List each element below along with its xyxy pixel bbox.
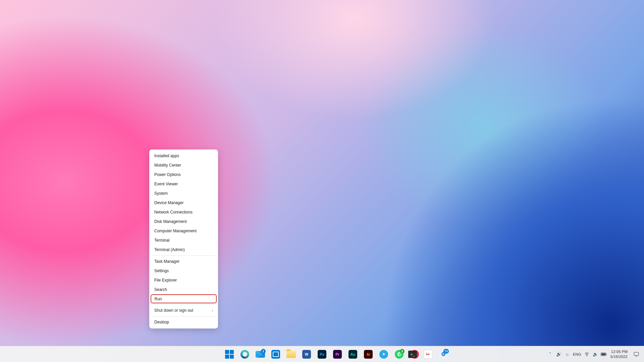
terminal-icon: >_ <box>408 351 417 358</box>
ctx-system[interactable]: System <box>150 189 217 198</box>
tray-overflow-button[interactable]: ˄ <box>547 348 554 361</box>
audition-icon: Au <box>348 350 357 359</box>
taskbar-app-mail[interactable]: 2 <box>254 348 267 361</box>
ctx-label: Search <box>154 287 167 292</box>
ctx-shutdown-signout[interactable]: Shut down or sign out › <box>150 306 217 315</box>
ctx-terminal[interactable]: Terminal <box>150 236 217 245</box>
ctx-task-manager[interactable]: Task Manager <box>150 257 217 266</box>
taskbar-system-tray: ˄ 🔊 ☼ ENG 🔉 12:05 PM 5/18/2022 <box>547 346 644 362</box>
premiere-icon: Pr <box>333 350 342 359</box>
ctx-power-options[interactable]: Power Options <box>150 170 217 179</box>
taskbar-app-telegram[interactable]: ➤ <box>377 348 390 361</box>
ctx-computer-management[interactable]: Computer Management <box>150 226 217 236</box>
start-button[interactable] <box>223 348 236 361</box>
ctx-label: Installed apps <box>154 154 179 158</box>
clock-date: 5/18/2022 <box>610 354 628 359</box>
taskbar-app-whatsapp[interactable]: ✆ 3 <box>392 348 406 361</box>
ctx-event-viewer[interactable]: Event Viewer <box>150 179 217 189</box>
ctx-separator <box>152 255 215 256</box>
ctx-label: Run <box>155 297 162 301</box>
notification-icon <box>633 351 639 357</box>
taskbar-app-audition[interactable]: Au <box>346 348 360 361</box>
ctx-label: System <box>154 191 168 196</box>
tray-language[interactable]: ENG <box>572 348 582 361</box>
ctx-settings[interactable]: Settings <box>150 266 217 276</box>
taskbar-clock[interactable]: 12:05 PM 5/18/2022 <box>608 349 630 359</box>
clock-time: 12:05 PM <box>611 349 628 354</box>
ctx-device-manager[interactable]: Device Manager <box>150 198 217 207</box>
taskbar-app-photoshop[interactable]: Ps <box>315 348 329 361</box>
ctx-label: Disk Management <box>154 219 187 224</box>
ctx-terminal-admin[interactable]: Terminal (Admin) <box>150 245 217 254</box>
badge: 73 <box>443 349 449 354</box>
ctx-label: Task Manager <box>154 259 179 264</box>
ctx-mobility-center[interactable]: Mobility Center <box>150 161 217 170</box>
ctx-separator <box>152 304 215 305</box>
ctx-label: Computer Management <box>154 229 197 233</box>
ctx-label: Power Options <box>154 172 181 177</box>
illustrator-icon: Ai <box>364 350 373 359</box>
badge: 2 <box>261 349 266 354</box>
ctx-file-explorer[interactable]: File Explorer <box>150 276 217 285</box>
taskbar-app-snipping[interactable]: ✂ <box>421 348 435 361</box>
taskbar-app-word[interactable]: W <box>300 348 313 361</box>
svg-rect-4 <box>634 352 639 356</box>
ctx-label: Network Connections <box>154 210 193 215</box>
ctx-installed-apps[interactable]: Installed apps <box>150 151 217 161</box>
photoshop-icon: Ps <box>318 350 326 359</box>
ctx-label: Event Viewer <box>154 182 178 186</box>
taskbar-app-file-explorer[interactable] <box>284 348 298 361</box>
tray-sound-icon[interactable]: 🔉 <box>592 348 599 361</box>
folder-icon <box>286 351 296 358</box>
store-icon <box>271 350 280 359</box>
tray-battery-icon[interactable] <box>600 348 607 361</box>
tray-brightness-icon[interactable]: ☼ <box>564 348 571 361</box>
ctx-separator <box>152 316 215 316</box>
taskbar: 2 W Ps Pr Au Ai ➤ ✆ 3 O >_ ✂ ⚙ 73 ˄ 🔊 ☼ … <box>0 346 644 362</box>
ctx-label: Device Manager <box>154 200 183 205</box>
ctx-desktop[interactable]: Desktop <box>150 317 217 327</box>
taskbar-app-terminal[interactable]: >_ <box>406 348 419 361</box>
ctx-label: File Explorer <box>154 278 177 283</box>
ctx-label: Desktop <box>154 320 169 324</box>
svg-point-0 <box>587 356 587 356</box>
taskbar-app-edge[interactable] <box>238 348 252 361</box>
ctx-label: Terminal (Admin) <box>154 247 185 252</box>
scissors-icon: ✂ <box>424 350 432 359</box>
ctx-search[interactable]: Search <box>150 285 217 294</box>
ctx-label: Mobility Center <box>154 163 181 168</box>
svg-rect-2 <box>601 353 605 355</box>
notification-center-button[interactable] <box>631 348 642 361</box>
tray-wifi-icon[interactable] <box>583 348 591 361</box>
windows-logo-icon <box>225 350 234 359</box>
chevron-right-icon: › <box>212 309 213 312</box>
ctx-label: Settings <box>154 268 169 273</box>
word-icon: W <box>302 350 311 359</box>
ctx-disk-management[interactable]: Disk Management <box>150 217 217 226</box>
taskbar-app-settings[interactable]: ⚙ 73 <box>437 348 450 361</box>
badge: 3 <box>400 349 405 354</box>
svg-rect-3 <box>606 353 607 355</box>
edge-icon <box>240 350 249 359</box>
taskbar-app-premiere[interactable]: Pr <box>331 348 344 361</box>
chevron-up-icon: ˄ <box>549 352 551 357</box>
ctx-label: Shut down or sign out <box>154 308 193 313</box>
ctx-run[interactable]: Run <box>151 294 217 303</box>
taskbar-app-store[interactable] <box>269 348 282 361</box>
winx-context-menu: Installed apps Mobility Center Power Opt… <box>149 149 218 328</box>
taskbar-center-apps: 2 W Ps Pr Au Ai ➤ ✆ 3 O <box>223 346 421 362</box>
taskbar-extra-apps: >_ ✂ ⚙ 73 <box>406 346 450 362</box>
ctx-label: Terminal <box>154 238 169 243</box>
telegram-icon: ➤ <box>379 350 388 359</box>
tray-volume-icon[interactable]: 🔊 <box>555 348 562 361</box>
taskbar-app-illustrator[interactable]: Ai <box>362 348 375 361</box>
ctx-network-connections[interactable]: Network Connections <box>150 207 217 217</box>
